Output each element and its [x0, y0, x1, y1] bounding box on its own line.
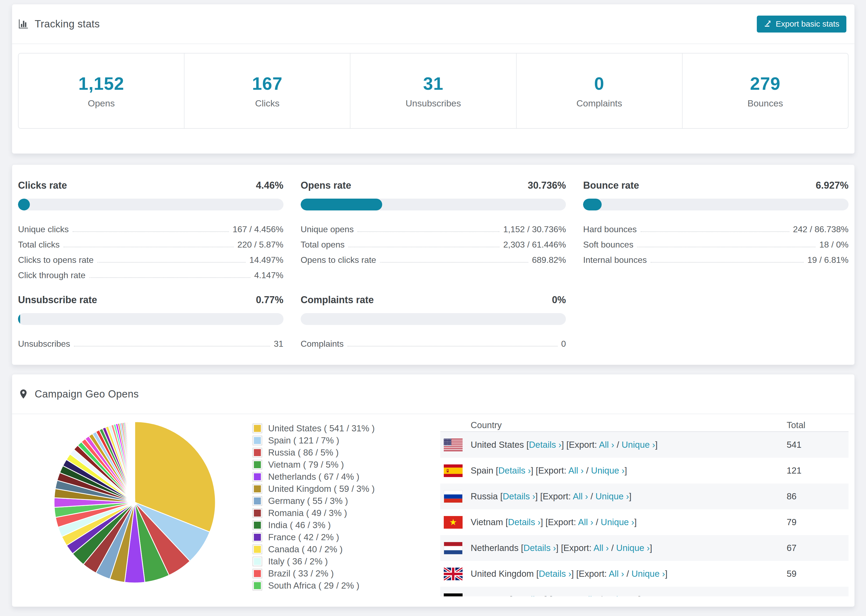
- export-unique-link[interactable]: Unique ›: [601, 517, 635, 527]
- bracket: ]: [665, 569, 668, 579]
- country-cell: Germany [Details ›] [Export: All › / Uni…: [471, 594, 787, 596]
- rate-stat-row: Hard bounces 242 / 86.738%: [583, 219, 849, 234]
- tracking-stats-card: Tracking stats Export basic stats 1,152 …: [12, 4, 855, 154]
- rate-section-title: Unsubscribe rate: [18, 294, 97, 306]
- rate-stat-row: Complaints 0: [301, 333, 566, 349]
- country-cell: Spain [Details ›] [Export: All › / Uniqu…: [471, 465, 787, 476]
- rate-progress-fill: [18, 199, 30, 211]
- export-unique-link[interactable]: Unique ›: [631, 569, 665, 579]
- legend-label: United Kingdom ( 59 / 3% ): [268, 484, 375, 494]
- legend-item: Spain ( 121 / 7% ): [252, 434, 375, 446]
- stat-value: 279: [750, 73, 781, 94]
- bracket: ]: [625, 465, 627, 475]
- legend-swatch: [252, 424, 262, 433]
- export-unique-link[interactable]: Unique ›: [591, 465, 625, 475]
- summary-stat: 1,152 Opens: [19, 53, 184, 128]
- rate-progress-bar: [18, 313, 283, 325]
- bracket: ]: [634, 517, 636, 527]
- legend-swatch: [252, 436, 262, 445]
- rate-row-label: Soft bounces: [583, 240, 633, 250]
- legend-label: Germany ( 55 / 3% ): [268, 496, 348, 506]
- rate-stat-row: Internal bounces 19 / 6.81%: [583, 250, 849, 265]
- stat-label: Bounces: [747, 98, 783, 108]
- legend-swatch: [252, 472, 262, 482]
- legend-item: Vietnam ( 79 / 5% ): [252, 459, 375, 471]
- export-all-link[interactable]: All ›: [594, 543, 609, 553]
- export-button-label: Export basic stats: [776, 19, 839, 28]
- export-unique-link[interactable]: Unique ›: [595, 491, 629, 501]
- rate-stat-row: Unique opens 1,152 / 30.736%: [301, 219, 566, 234]
- export-all-link[interactable]: All ›: [609, 569, 624, 579]
- country-flag-icon: [444, 490, 463, 503]
- geo-table-header-row: Country Total: [440, 419, 849, 432]
- rate-stat-row: Unsubscribes 31: [18, 333, 283, 349]
- geo-title: Campaign Geo Opens: [35, 388, 139, 400]
- bracket: ]: [638, 594, 641, 596]
- page: Tracking stats Export basic stats 1,152 …: [0, 0, 866, 607]
- summary-stat: 31 Unsubscribes: [350, 53, 516, 128]
- legend-item: Canada ( 40 / 2% ): [252, 543, 375, 555]
- total-cell: 86: [787, 491, 849, 501]
- rate-row-label: Internal bounces: [583, 255, 647, 265]
- details-link[interactable]: Details ›: [529, 440, 561, 449]
- dotted-leader: [380, 262, 528, 262]
- details-link[interactable]: Details ›: [503, 491, 535, 501]
- summary-stat: 167 Clicks: [184, 53, 350, 128]
- rate-stat-row: Click through rate 4.147%: [18, 265, 283, 280]
- slash: /: [624, 569, 631, 579]
- stat-value: 0: [594, 73, 604, 94]
- stat-label: Opens: [88, 98, 115, 108]
- export-all-link[interactable]: All ›: [578, 517, 593, 527]
- bracket: ]: [650, 543, 652, 553]
- export-unique-link[interactable]: Unique ›: [622, 440, 655, 449]
- rate-row-label: Unique opens: [301, 225, 354, 234]
- stat-value: 31: [423, 73, 443, 94]
- export-prefix: ] [Export:: [545, 594, 582, 596]
- rate-progress-bar: [301, 313, 566, 325]
- slash: /: [609, 543, 616, 553]
- rate-stat-row: Opens to clicks rate 689.82%: [301, 250, 566, 265]
- legend-item: Brazil ( 33 / 2% ): [252, 567, 375, 580]
- legend-label: Brazil ( 33 / 2% ): [268, 569, 334, 579]
- dotted-leader: [637, 247, 816, 247]
- legend-label: South Africa ( 29 / 2% ): [268, 580, 359, 591]
- export-basic-stats-button[interactable]: Export basic stats: [757, 16, 846, 33]
- rate-row-value: 14.497%: [249, 255, 283, 265]
- country-flag-icon: [444, 516, 463, 529]
- export-all-link[interactable]: All ›: [573, 491, 588, 501]
- rate-progress-fill: [18, 313, 20, 325]
- table-row: Germany [Details ›] [Export: All › / Uni…: [440, 587, 849, 596]
- dotted-leader: [72, 231, 229, 232]
- slash: /: [597, 594, 605, 596]
- stat-label: Unsubscribes: [406, 98, 461, 108]
- legend-item: South Africa ( 29 / 2% ): [252, 580, 375, 592]
- rate-section: Clicks rate 4.46% Unique clicks 167 / 4.…: [18, 180, 283, 280]
- legend-swatch: [252, 520, 262, 530]
- details-link[interactable]: Details ›: [539, 569, 571, 579]
- details-link[interactable]: Details ›: [523, 543, 556, 553]
- legend-label: Spain ( 121 / 7% ): [268, 435, 339, 446]
- legend-swatch: [252, 556, 262, 566]
- export-unique-link[interactable]: Unique ›: [605, 594, 638, 596]
- slash: /: [584, 465, 591, 475]
- rate-row-value: 220 / 5.87%: [238, 240, 283, 250]
- country-name: Vietnam: [471, 517, 503, 527]
- rate-section-value: 30.736%: [527, 180, 566, 191]
- export-all-link[interactable]: All ›: [599, 440, 614, 449]
- details-link[interactable]: Details ›: [512, 594, 545, 596]
- country-name: United Kingdom: [471, 569, 534, 579]
- export-all-link[interactable]: All ›: [582, 594, 598, 596]
- bracket: [: [534, 569, 539, 579]
- slash: /: [593, 517, 601, 527]
- details-link[interactable]: Details ›: [498, 465, 531, 475]
- details-link[interactable]: Details ›: [508, 517, 540, 527]
- dotted-leader: [348, 346, 557, 346]
- export-all-link[interactable]: All ›: [568, 465, 584, 475]
- export-unique-link[interactable]: Unique ›: [616, 543, 650, 553]
- rate-row-value: 31: [274, 339, 283, 349]
- rate-section: Bounce rate 6.927% Hard bounces 242 / 86…: [583, 180, 849, 280]
- rate-row-value: 167 / 4.456%: [233, 225, 283, 234]
- rate-row-value: 4.147%: [254, 270, 283, 280]
- geo-opens-header: Campaign Geo Opens: [12, 374, 855, 414]
- geo-body: United States ( 541 / 31% ) Spain ( 121 …: [12, 414, 855, 596]
